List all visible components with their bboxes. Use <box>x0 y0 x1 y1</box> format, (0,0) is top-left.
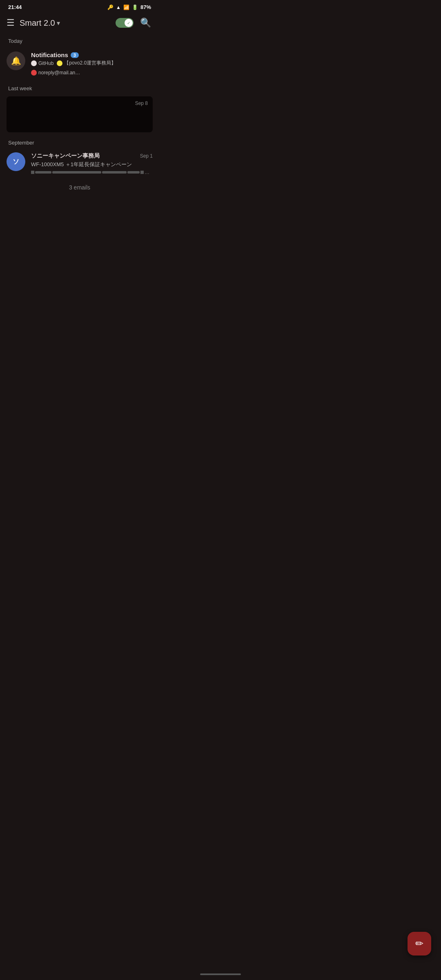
app-title: Smart 2.0 <box>20 18 55 28</box>
preview-line-2 <box>52 171 101 174</box>
povo-dot <box>57 60 62 66</box>
toggle-thumb: ✓ <box>125 19 133 27</box>
sony-item[interactable]: ソ ソニーキャンペーン事務局 Sep 1 WF-1000XM5 ＋1年延長保証キ… <box>0 148 159 178</box>
status-bar: 21:44 🔑 ▲ 📶 🔋 87% <box>0 0 159 13</box>
notifications-header: Notifications 3 <box>31 51 153 58</box>
section-lastweek: Last week <box>0 80 159 94</box>
sender-povo: 【povo2.0運営事務局】 <box>57 60 116 67</box>
battery-icon: 🔋 <box>132 4 138 10</box>
preview-square-2 <box>140 171 144 174</box>
toggle-track[interactable]: ✓ <box>116 18 134 28</box>
povo-label: 【povo2.0運営事務局】 <box>64 60 116 67</box>
sender-noreply: noreply@mail.an… <box>31 70 80 76</box>
wifi-icon: ▲ <box>116 4 121 10</box>
section-september: September <box>0 135 159 148</box>
notifications-item[interactable]: 🔔 Notifications 3 GitHub 【povo2.0運営事務局】 … <box>0 47 159 80</box>
preview-ellipsis: … <box>145 169 149 175</box>
signal-icon: 📶 <box>123 4 129 10</box>
notifications-title: Notifications <box>31 51 68 58</box>
preview-line-4 <box>127 171 140 174</box>
notifications-content: Notifications 3 GitHub 【povo2.0運営事務局】 no… <box>31 51 153 76</box>
noreply-label: noreply@mail.an… <box>38 70 80 76</box>
sony-date: Sep 1 <box>140 153 153 159</box>
github-label: GitHub <box>38 60 53 66</box>
emails-count-label: 3 emails <box>0 178 159 196</box>
sony-avatar: ソ <box>7 152 25 171</box>
sender-github: GitHub <box>31 60 53 66</box>
github-dot <box>31 60 37 66</box>
status-time: 21:44 <box>8 4 22 10</box>
noreply-dot <box>31 70 37 76</box>
section-today: Today <box>0 33 159 47</box>
app-bar: ☰ Smart 2.0 ▾ ✓ 🔍 <box>0 13 159 33</box>
status-right: 🔑 ▲ 📶 🔋 87% <box>107 4 151 10</box>
preview-line-3 <box>102 171 127 174</box>
notifications-senders: GitHub 【povo2.0運営事務局】 noreply@mail.an… <box>31 60 153 76</box>
sony-subject: WF-1000XM5 ＋1年延長保証キャンペーン <box>31 161 153 168</box>
search-icon[interactable]: 🔍 <box>138 16 153 30</box>
battery-label: 87% <box>140 4 151 10</box>
menu-icon[interactable]: ☰ <box>7 18 15 28</box>
last-week-date: Sep 8 <box>135 100 148 106</box>
key-icon: 🔑 <box>107 4 114 10</box>
preview-line-1 <box>35 171 51 174</box>
preview-square <box>31 171 34 174</box>
notifications-avatar: 🔔 <box>7 51 25 70</box>
chevron-down-icon: ▾ <box>57 19 60 27</box>
sony-header: ソニーキャンペーン事務局 Sep 1 <box>31 152 153 160</box>
sony-preview: … <box>31 170 153 174</box>
notifications-badge: 3 <box>71 52 79 58</box>
app-title-button[interactable]: Smart 2.0 ▾ <box>20 18 111 28</box>
sony-name: ソニーキャンペーン事務局 <box>31 152 100 160</box>
sony-content: ソニーキャンペーン事務局 Sep 1 WF-1000XM5 ＋1年延長保証キャン… <box>31 152 153 174</box>
last-week-email-card[interactable]: Sep 8 <box>7 96 153 132</box>
filter-toggle[interactable]: ✓ <box>116 18 134 28</box>
